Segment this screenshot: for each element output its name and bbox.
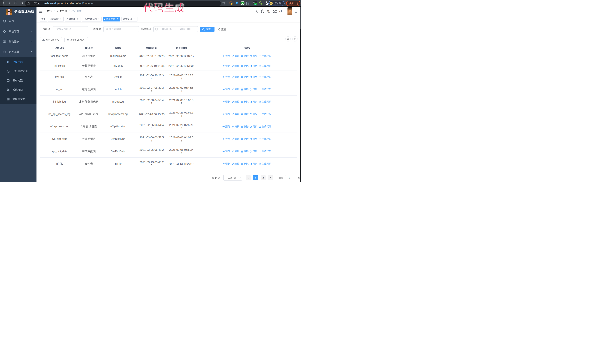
svg-text:?: ? [268, 10, 269, 12]
svg-text:1: 1 [231, 3, 232, 5]
svg-text:on: on [255, 3, 256, 5]
